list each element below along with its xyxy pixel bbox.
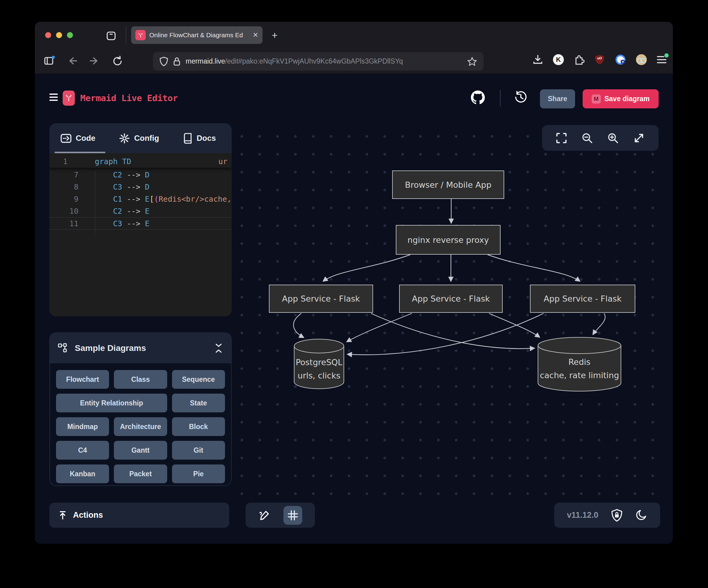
- new-tab-button[interactable]: +: [272, 28, 278, 42]
- close-window-button[interactable]: [45, 32, 51, 38]
- resize-pane-icon[interactable]: [633, 132, 645, 144]
- overflow-fragment: ur: [218, 156, 228, 168]
- back-icon[interactable]: [67, 56, 78, 66]
- tab-close-icon[interactable]: ✕: [253, 31, 258, 39]
- header-divider: [500, 90, 501, 106]
- code-text: C1 --> E[(Redis<br/>cache,: [95, 193, 232, 205]
- node-label: Redis: [537, 355, 621, 369]
- line-number: 10: [49, 205, 80, 217]
- dark-mode-moon-icon[interactable]: [635, 509, 647, 521]
- grid-toggle-active[interactable]: [284, 506, 302, 525]
- sample-diagrams-panel: Sample Diagrams FlowchartClassSequenceEn…: [49, 332, 232, 486]
- code-line-9[interactable]: 9 C1 --> E[(Redis<br/>cache,: [49, 193, 232, 205]
- tab-title: Online FlowChart & Diagrams Ed: [149, 31, 249, 39]
- save-diagram-button[interactable]: M Save diagram: [583, 89, 659, 108]
- avatar-icon[interactable]: [636, 54, 647, 65]
- actions-label: Actions: [73, 510, 103, 520]
- tab-docs[interactable]: Docs: [183, 133, 216, 144]
- sample-button-c4[interactable]: C4: [56, 441, 109, 460]
- zoom-out-icon[interactable]: [581, 132, 593, 144]
- sample-button-gantt[interactable]: Gantt: [114, 441, 167, 460]
- svg-text:uO: uO: [597, 56, 602, 60]
- code-line-8[interactable]: 8 C3 --> D: [49, 181, 232, 193]
- sidebar-toggle-icon[interactable]: [44, 56, 55, 65]
- download-icon[interactable]: [532, 54, 543, 65]
- code-text: C3 --> D: [95, 181, 150, 193]
- diagram-node-flask-3[interactable]: App Service - Flask: [530, 285, 635, 313]
- sample-button-sequence[interactable]: Sequence: [172, 370, 225, 389]
- fullscreen-icon[interactable]: [556, 132, 567, 144]
- line-number: 8: [49, 181, 80, 193]
- toolbar-extensions: K uO: [532, 54, 667, 65]
- sample-button-packet[interactable]: Packet: [114, 465, 167, 483]
- lock-icon[interactable]: [173, 57, 181, 66]
- diagram-node-flask-1[interactable]: App Service - Flask: [269, 285, 373, 313]
- zoom-window-button[interactable]: [67, 32, 73, 38]
- sample-button-block[interactable]: Block: [172, 417, 225, 436]
- node-label: PostgreSQL: [294, 356, 344, 369]
- tab-config[interactable]: Config: [119, 133, 159, 144]
- sample-button-class[interactable]: Class: [114, 370, 167, 389]
- code-line-1[interactable]: 1graph TDur: [49, 156, 232, 168]
- canvas-controls: [542, 125, 659, 151]
- code-text: graph TD: [95, 156, 131, 168]
- sample-diagrams-title: Sample Diagrams: [75, 343, 146, 353]
- actions-bar[interactable]: Actions: [49, 503, 229, 528]
- url-text[interactable]: mermaid.live/edit#pako:eNqFkV1PwjAUhv9Kc…: [186, 57, 463, 65]
- diagram-node-postgresql[interactable]: PostgreSQL urls, clicks: [294, 338, 344, 390]
- tracking-shield-icon[interactable]: [159, 57, 168, 66]
- reload-icon[interactable]: [112, 56, 123, 67]
- tab-code[interactable]: Code: [61, 134, 95, 143]
- sample-button-architecture[interactable]: Architecture: [114, 417, 167, 436]
- grid-icon: [288, 510, 298, 521]
- sample-button-state[interactable]: State: [172, 393, 225, 412]
- code-line-10[interactable]: 10 C2 --> E: [49, 205, 232, 217]
- node-label: App Service - Flask: [543, 294, 621, 303]
- security-shield-icon[interactable]: [611, 509, 623, 522]
- diagram-node-browser[interactable]: Browser / Mobile App: [392, 171, 504, 199]
- tab-overview-icon[interactable]: [106, 31, 116, 41]
- page-title: Mermaid Live Editor: [80, 93, 178, 103]
- actions-export-icon: [57, 510, 68, 521]
- minimize-window-button[interactable]: [56, 32, 62, 38]
- canvas-tool-toggle: [245, 503, 315, 528]
- github-icon[interactable]: [471, 91, 485, 105]
- code-text: C2 --> E: [95, 205, 150, 217]
- browser-window: Online FlowChart & Diagrams Ed ✕ + merma…: [35, 22, 673, 544]
- code-line-7[interactable]: 7 C2 --> D: [49, 169, 232, 181]
- kagi-extension-icon[interactable]: K: [553, 54, 564, 65]
- sample-button-pie[interactable]: Pie: [172, 465, 225, 483]
- password-manager-icon[interactable]: [615, 54, 626, 65]
- edit-pen-icon[interactable]: [258, 509, 270, 521]
- history-icon[interactable]: [514, 91, 528, 104]
- app-menu-hamburger-icon[interactable]: [49, 93, 58, 101]
- mermaid-logo: [63, 91, 75, 106]
- editor-panel: Code Config Docs 1graph TDur7 C2 --> D8 …: [49, 123, 232, 316]
- extensions-puzzle-icon[interactable]: [573, 54, 585, 65]
- sample-button-mindmap[interactable]: Mindmap: [56, 417, 109, 436]
- browser-tab[interactable]: Online FlowChart & Diagrams Ed ✕: [131, 26, 263, 44]
- url-bar[interactable]: mermaid.live/edit#pako:eNqFkV1PwjAUhv9Kc…: [153, 52, 483, 70]
- sample-button-flowchart[interactable]: Flowchart: [56, 370, 109, 389]
- sample-button-entity-relationship[interactable]: Entity Relationship: [56, 393, 167, 412]
- code-editor[interactable]: 1graph TDur7 C2 --> D8 C3 --> D9 C1 --> …: [49, 153, 232, 316]
- diagram-node-redis[interactable]: Redis cache, rate limiting: [537, 337, 621, 392]
- node-label: App Service - Flask: [282, 294, 360, 303]
- diagram-node-nginx[interactable]: nginx reverse proxy: [396, 225, 501, 255]
- code-text: C3 --> E: [95, 218, 150, 229]
- app-menu-icon[interactable]: [656, 55, 667, 64]
- sample-diagrams-header[interactable]: Sample Diagrams: [50, 333, 231, 363]
- bookmark-star-icon[interactable]: [467, 57, 477, 66]
- collapse-icon[interactable]: [214, 343, 223, 353]
- line-number: 7: [49, 169, 80, 181]
- sample-button-git[interactable]: Git: [172, 441, 225, 460]
- titlebar-divider: [126, 26, 126, 44]
- diagram-node-flask-2[interactable]: App Service - Flask: [399, 285, 503, 313]
- forward-icon[interactable]: [89, 56, 100, 66]
- share-button[interactable]: Share: [540, 89, 575, 108]
- code-line-11[interactable]: 11 C3 --> E: [49, 217, 232, 230]
- zoom-in-icon[interactable]: [607, 132, 619, 144]
- ublock-icon[interactable]: uO: [594, 54, 605, 65]
- gear-icon: [119, 133, 130, 144]
- sample-button-kanban[interactable]: Kanban: [56, 465, 109, 483]
